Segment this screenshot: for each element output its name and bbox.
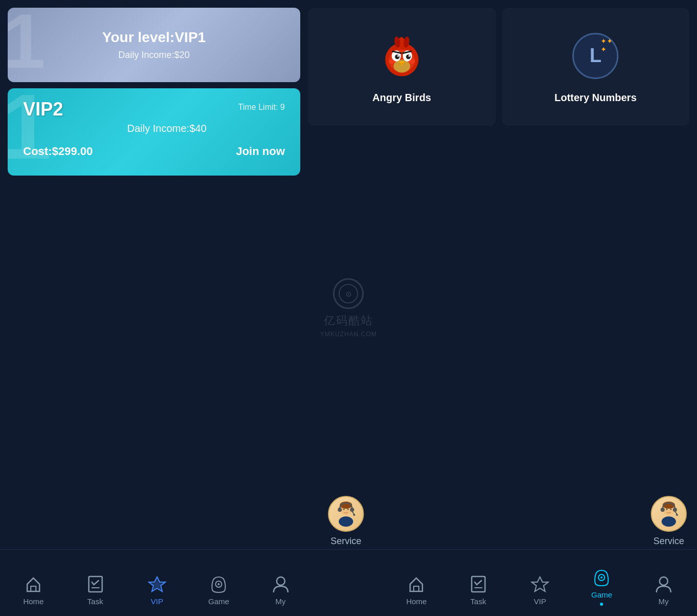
vip2-footer: Cost:$299.00 Join now [23, 145, 285, 158]
nav-vip-left[interactable]: VIP [126, 574, 188, 606]
service-right[interactable]: Service [651, 496, 687, 547]
nav-my-left-label: My [276, 597, 286, 606]
angry-birds-card[interactable]: Angry Birds [308, 8, 496, 126]
my-icon-right [653, 574, 674, 594]
vip2-cost: Cost:$299.00 [23, 145, 93, 158]
svg-text:⊙: ⊙ [345, 290, 352, 298]
svg-point-31 [661, 508, 665, 512]
svg-point-22 [338, 508, 342, 512]
svg-point-6 [406, 54, 411, 59]
nav-vip-left-label: VIP [151, 597, 163, 606]
task-icon-right [468, 574, 489, 594]
nav-my-left[interactable]: My [249, 574, 311, 606]
svg-point-32 [673, 508, 677, 512]
vip1-income: Daily Income:$20 [118, 50, 189, 61]
service-center-avatar [328, 496, 364, 532]
svg-point-44 [218, 583, 220, 585]
svg-point-5 [395, 54, 399, 59]
watermark-text: 亿码酷站 [324, 313, 373, 329]
nav-my-right[interactable]: My [633, 574, 694, 606]
svg-point-16 [389, 59, 395, 64]
vip1-card[interactable]: Your level:VIP1 Daily Income:$20 [8, 8, 300, 82]
nav-game-right-label: Game [591, 590, 612, 599]
vip2-time-limit: Time Limit: 9 [238, 103, 285, 112]
task-icon-left [85, 574, 106, 594]
angry-birds-icon [376, 30, 428, 82]
svg-point-35 [662, 516, 676, 527]
vip-icon-left [147, 574, 167, 594]
angry-birds-name: Angry Birds [373, 92, 431, 104]
nav-home-left[interactable]: Home [3, 574, 64, 606]
nav-home-right-label: Home [406, 597, 427, 606]
nav-home-left-label: Home [23, 597, 44, 606]
vip2-name: VIP2 [23, 99, 63, 120]
my-icon-left [270, 574, 291, 594]
vip2-join[interactable]: Join now [236, 145, 285, 158]
svg-point-25 [353, 514, 355, 516]
game-icon-left [208, 574, 229, 594]
home-icon-right [406, 574, 427, 594]
nav-game-right[interactable]: Game [571, 567, 632, 606]
service-center[interactable]: Service [328, 496, 364, 547]
svg-point-37 [670, 508, 671, 510]
home-icon-left [23, 574, 44, 594]
vip2-card[interactable]: VIP2 Time Limit: 9 Daily Income:$40 Cost… [8, 88, 300, 176]
svg-rect-38 [31, 586, 36, 591]
svg-point-45 [277, 577, 285, 585]
nav-game-left-label: Game [208, 597, 229, 606]
right-panel: Angry Birds L ✦✦✦ Lottery Numbers [308, 8, 689, 176]
svg-point-36 [666, 508, 667, 510]
bottom-nav: Home Task VIP Game [0, 549, 697, 616]
svg-point-7 [397, 55, 399, 57]
watermark-url: YMKUZHAN.COM [320, 331, 377, 338]
service-right-avatar [651, 496, 687, 532]
svg-rect-46 [414, 586, 419, 591]
svg-point-8 [408, 55, 410, 57]
vip2-income: Daily Income:$40 [49, 123, 285, 134]
vip2-header: VIP2 Time Limit: 9 [23, 99, 285, 120]
lottery-icon: L ✦✦✦ [570, 30, 621, 82]
svg-point-34 [676, 514, 678, 516]
nav-task-left[interactable]: Task [64, 574, 126, 606]
service-right-label: Service [653, 536, 684, 547]
vip1-level: Your level:VIP1 [102, 29, 206, 46]
nav-my-right-label: My [659, 597, 669, 606]
nav-vip-right-label: VIP [534, 597, 546, 606]
nav-task-right-label: Task [470, 597, 486, 606]
lottery-numbers-name: Lottery Numbers [554, 92, 636, 104]
nav-task-right[interactable]: Task [448, 574, 509, 606]
svg-point-27 [343, 508, 344, 510]
vip-icon-right [530, 574, 550, 594]
svg-point-23 [350, 508, 354, 512]
watermark: ⊙ 亿码酷站 YMKUZHAN.COM [320, 278, 377, 338]
nav-vip-right[interactable]: VIP [509, 574, 571, 606]
nav-home-right[interactable]: Home [385, 574, 447, 606]
service-center-label: Service [331, 536, 361, 547]
left-panel: Your level:VIP1 Daily Income:$20 VIP2 Ti… [8, 8, 300, 176]
svg-point-26 [339, 516, 353, 527]
svg-point-52 [660, 577, 668, 585]
svg-marker-49 [532, 577, 548, 591]
svg-point-51 [601, 576, 603, 579]
game-icon-right [591, 567, 612, 588]
game-active-indicator [600, 603, 603, 606]
nav-game-left[interactable]: Game [188, 574, 249, 606]
svg-point-28 [347, 508, 348, 510]
nav-task-left-label: Task [87, 597, 103, 606]
svg-point-17 [409, 59, 415, 64]
lottery-numbers-card[interactable]: L ✦✦✦ Lottery Numbers [502, 8, 690, 126]
main-content: Your level:VIP1 Daily Income:$20 VIP2 Ti… [0, 0, 697, 183]
